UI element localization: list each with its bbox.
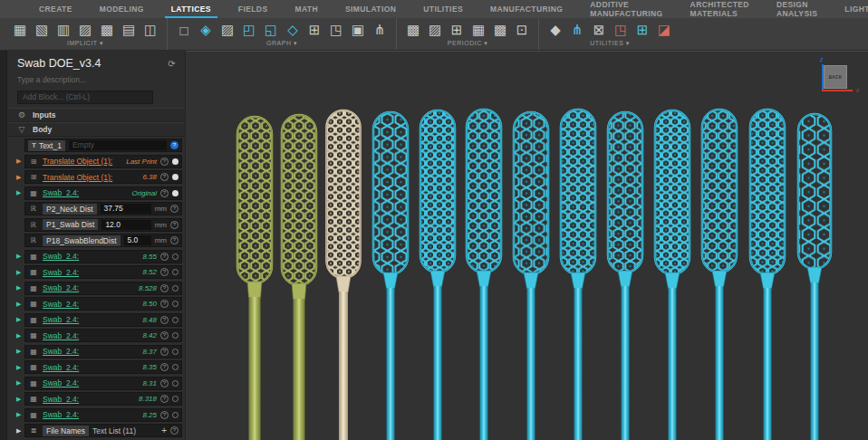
- section-inputs[interactable]: ⚙ Inputs: [8, 108, 185, 122]
- expand-arrow[interactable]: ▶: [16, 396, 24, 403]
- tab-modeling[interactable]: MODELING: [86, 0, 158, 18]
- swab-model-8[interactable]: [561, 110, 595, 440]
- visibility-toggle[interactable]: [172, 317, 178, 323]
- lidinoid-cell-icon[interactable]: ▦: [468, 19, 489, 41]
- unit-cell-icon[interactable]: ◫: [140, 19, 161, 41]
- block-row-body[interactable]: TText_1Empty?: [24, 139, 182, 152]
- block-label[interactable]: Swab_2.4:: [43, 252, 79, 261]
- tab-math[interactable]: MATH: [281, 0, 332, 18]
- toolbar-group-label[interactable]: PERIODIC ▾: [402, 40, 533, 47]
- help-icon[interactable]: ?: [160, 253, 169, 261]
- block-label[interactable]: Translate Object (1):: [43, 157, 112, 166]
- visibility-toggle[interactable]: [172, 396, 178, 402]
- tab-lattices[interactable]: LATTICES: [158, 0, 225, 18]
- move-points-red-icon[interactable]: ◳: [610, 19, 632, 41]
- visibility-toggle[interactable]: [172, 349, 178, 355]
- param-value-input[interactable]: 5.0: [124, 235, 151, 245]
- swab-model-10[interactable]: [655, 110, 690, 440]
- visibility-toggle[interactable]: [172, 190, 178, 196]
- view-cube-back-face[interactable]: BACK: [824, 65, 847, 89]
- block-row-body[interactable]: ▦Swab_2.4:8.25?: [24, 408, 182, 422]
- split-p-cell-icon[interactable]: ▩: [489, 19, 511, 41]
- swab-model-3[interactable]: [327, 110, 361, 440]
- block-label[interactable]: Swab_2.4:: [43, 331, 79, 340]
- expand-arrow[interactable]: ▶: [16, 364, 24, 371]
- help-icon[interactable]: ?: [160, 189, 169, 197]
- visibility-toggle[interactable]: [172, 285, 178, 292]
- block-label[interactable]: Swab_2.4:: [43, 315, 79, 324]
- random-lattice-icon[interactable]: ◳: [325, 19, 347, 41]
- text-value-input[interactable]: Empty: [69, 140, 167, 150]
- help-icon[interactable]: ?: [160, 173, 169, 181]
- volume-lattice-body-icon[interactable]: ▧: [31, 19, 53, 41]
- swab-model-2[interactable]: [282, 115, 316, 440]
- help-icon[interactable]: ?: [160, 363, 169, 371]
- block-label[interactable]: Swab_2.4:: [43, 410, 79, 419]
- help-icon[interactable]: ?: [170, 141, 178, 149]
- visibility-toggle[interactable]: [172, 332, 178, 339]
- sync-icon[interactable]: ⟳: [166, 58, 178, 70]
- swab-model-12[interactable]: [750, 110, 785, 440]
- conformal-surface-icon[interactable]: ◈: [195, 19, 217, 41]
- expand-arrow[interactable]: ▶: [16, 316, 24, 323]
- help-icon[interactable]: ?: [160, 379, 169, 387]
- swab-model-4[interactable]: [373, 112, 408, 440]
- block-row-body[interactable]: ▦Swab_2.4:8.31?: [24, 377, 182, 390]
- transform-points-icon[interactable]: ◪: [653, 19, 675, 41]
- param-value-input[interactable]: 37.75: [101, 204, 151, 214]
- visibility-toggle[interactable]: [172, 412, 178, 418]
- surface-lattice-sphere-icon[interactable]: ▤: [118, 19, 140, 41]
- description-placeholder[interactable]: Type a description...: [17, 75, 178, 84]
- expand-arrow[interactable]: ▶: [16, 269, 24, 276]
- block-row-body[interactable]: ≣File NamesText List (11)+?: [24, 424, 182, 437]
- block-row-body[interactable]: ⊞Translate Object (1):6.38?: [24, 170, 182, 184]
- help-icon[interactable]: ?: [160, 268, 169, 276]
- add-block-input[interactable]: Add Block... (Ctrl-L): [17, 91, 153, 104]
- volume-lattice-icon[interactable]: ▦: [9, 19, 31, 41]
- visibility-toggle[interactable]: [172, 158, 178, 165]
- expand-arrow[interactable]: ▶: [16, 348, 24, 355]
- visibility-toggle[interactable]: [172, 380, 178, 387]
- swab-model-6[interactable]: [467, 110, 501, 440]
- section-body[interactable]: ▽ Body: [8, 122, 185, 137]
- swab-model-1[interactable]: [237, 117, 272, 440]
- surface-lattice-body-icon[interactable]: ▩: [96, 19, 118, 41]
- voronoi-lattice-icon[interactable]: ▨: [217, 19, 238, 41]
- expand-arrow[interactable]: ▶: [16, 158, 24, 165]
- block-row-body[interactable]: ▦Swab_2.4:8.35?: [24, 360, 182, 374]
- block-row-body[interactable]: ▦Swab_2.4:8.48?: [24, 313, 182, 327]
- block-row-body[interactable]: ℝP18_SwabBlendDist5.0mm?: [24, 234, 182, 247]
- block-label[interactable]: Translate Object (1):: [43, 173, 112, 182]
- visibility-toggle[interactable]: [172, 364, 178, 370]
- toolbar-group-label[interactable]: GRAPH ▾: [173, 40, 391, 47]
- help-icon[interactable]: ?: [170, 221, 178, 229]
- block-label[interactable]: Swab_2.4:: [43, 363, 79, 372]
- swab-model-7[interactable]: [514, 112, 548, 440]
- trimmed-lattice-icon[interactable]: ◰: [238, 19, 260, 41]
- toolbar-group-label[interactable]: IMPLICIT ▾: [9, 40, 161, 47]
- visibility-toggle[interactable]: [172, 174, 178, 180]
- tab-additive-manufacturing[interactable]: ADDITIVE MANUFACTURING: [576, 0, 676, 18]
- block-row-body[interactable]: ▦Swab_2.4:8.52?: [24, 265, 182, 279]
- block-row-body[interactable]: ℝP2_Neck Dist37.75mm?: [24, 202, 182, 215]
- tab-create[interactable]: CREATE: [25, 0, 86, 18]
- expand-arrow[interactable]: ▶: [16, 332, 24, 340]
- tab-fields[interactable]: FIELDS: [225, 0, 282, 18]
- warp-lattice-icon[interactable]: ◇: [282, 19, 304, 41]
- block-row-body[interactable]: ▦Swab_2.4:Original?: [24, 187, 182, 200]
- param-value-input[interactable]: 12.0: [101, 220, 150, 230]
- add-item-button[interactable]: +: [161, 426, 167, 435]
- block-row-body[interactable]: ▦Swab_2.4:8.50?: [24, 297, 182, 311]
- block-row-body[interactable]: ℝP1_Swab Dist12.0mm?: [24, 218, 182, 232]
- expand-arrow[interactable]: ▶: [16, 427, 24, 435]
- tab-architected-materials[interactable]: ARCHITECTED MATERIALS: [677, 0, 763, 18]
- block-label[interactable]: Swab_2.4:: [43, 283, 79, 292]
- notebook-title[interactable]: Swab DOE_v3.4: [17, 57, 178, 70]
- expand-arrow[interactable]: ▶: [16, 253, 24, 260]
- block-row-body[interactable]: ▦Swab_2.4:8.42?: [24, 329, 182, 342]
- tab-manufacturing[interactable]: MANUFACTURING: [477, 0, 576, 18]
- block-row-body[interactable]: ▦Swab_2.4:8.37?: [24, 345, 182, 359]
- trim-graph-icon[interactable]: ⊠: [588, 19, 610, 41]
- block-label[interactable]: Swab_2.4:: [43, 188, 79, 197]
- remesh-utility-icon[interactable]: ◆: [545, 19, 566, 41]
